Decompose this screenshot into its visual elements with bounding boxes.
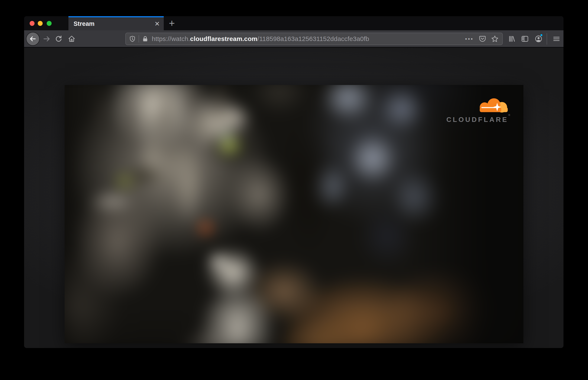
urlbar-divider <box>138 35 139 42</box>
cloudflare-watermark: CLOUDFLARE® <box>440 97 510 124</box>
browser-window: Stream ✕ + <box>24 16 564 348</box>
content-area: CLOUDFLARE® <box>24 48 564 348</box>
url-scheme-subdomain: https://watch. <box>152 35 190 42</box>
url-path: /118598a163a125631152ddaccfe3a0fb <box>257 35 369 42</box>
traffic-light-zoom-button[interactable] <box>47 21 52 26</box>
back-button[interactable] <box>26 32 40 46</box>
url-bar[interactable]: https://watch.cloudflarestream.com/11859… <box>125 33 503 45</box>
tab-title: Stream <box>73 17 94 30</box>
navigation-toolbar: https://watch.cloudflarestream.com/11859… <box>24 30 564 47</box>
new-tab-button[interactable]: + <box>167 17 177 30</box>
bookmark-star-icon <box>491 35 499 42</box>
forward-button[interactable] <box>43 35 51 43</box>
menu-button[interactable] <box>553 35 560 43</box>
back-icon <box>29 35 36 42</box>
library-icon <box>508 35 516 43</box>
url-input[interactable]: https://watch.cloudflarestream.com/11859… <box>152 35 369 42</box>
reload-button[interactable] <box>55 35 62 43</box>
lock-icon[interactable] <box>142 36 148 42</box>
library-button[interactable] <box>508 35 516 43</box>
account-notification-dot <box>540 34 543 37</box>
video-player[interactable]: CLOUDFLARE® <box>65 85 523 343</box>
sidebar-icon <box>521 35 529 43</box>
url-host: cloudflarestream.com <box>190 35 258 42</box>
traffic-light-close-button[interactable] <box>30 21 35 26</box>
hamburger-menu-icon <box>553 35 560 43</box>
bookmark-star-button[interactable] <box>491 35 499 42</box>
blurred-cat-video-frame <box>65 85 523 343</box>
tab-close-button[interactable]: ✕ <box>153 17 161 30</box>
home-button[interactable] <box>68 35 75 43</box>
registered-mark: ® <box>508 114 510 116</box>
pocket-icon <box>479 35 486 42</box>
tab-bar: Stream ✕ + <box>24 16 564 30</box>
cloudflare-cloud-icon <box>476 97 510 113</box>
forward-icon <box>43 35 51 43</box>
pocket-button[interactable] <box>479 35 486 42</box>
toolbar-divider <box>547 33 547 45</box>
cloudflare-watermark-text: CLOUDFLARE® <box>440 114 510 124</box>
traffic-light-minimize-button[interactable] <box>38 21 43 26</box>
tracking-protection-shield-icon[interactable] <box>129 36 136 42</box>
tab-stream[interactable]: Stream ✕ <box>69 16 164 30</box>
page-actions-button[interactable]: ••• <box>465 36 474 42</box>
reload-icon <box>55 35 62 43</box>
home-icon <box>68 35 75 43</box>
sidebar-button[interactable] <box>521 35 529 43</box>
